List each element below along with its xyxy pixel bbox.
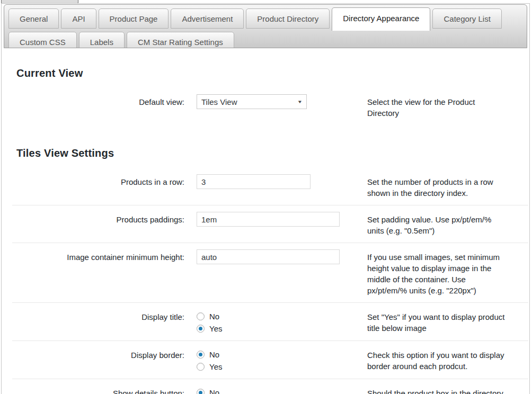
section-heading-tiles-view-settings: Tiles View Settings [16,147,529,159]
settings-panel: General API Product Page Advertisement P… [1,3,530,394]
radio-display-border-no[interactable]: No [197,348,367,360]
products-in-row-control [184,174,367,189]
row-default-view: Default view: Tiles View ▼ Select the vi… [12,88,528,125]
show-details-label: Show details button: [12,386,184,394]
products-paddings-label: Products paddings: [12,212,184,224]
image-min-height-label: Image container minimum height: [12,249,184,262]
display-border-control: No Yes [184,347,367,372]
tiles-view-rows: Products in a row: Set the number of pro… [12,168,528,394]
chevron-down-icon: ▼ [297,100,303,104]
radio-show-details-no[interactable]: No [197,387,367,394]
radio-label[interactable]: No [209,312,219,321]
tab-row-1: General API Product Page Advertisement P… [6,7,525,31]
tab-strip: General API Product Page Advertisement P… [4,4,527,48]
radio-icon[interactable] [197,312,205,320]
radio-label[interactable]: No [209,350,219,359]
radio-display-title-no[interactable]: No [197,310,367,322]
row-display-border: Display border: No Yes [12,341,528,379]
products-in-row-input[interactable] [197,174,311,189]
image-min-height-input[interactable] [197,249,340,264]
tab-content: Current View Default view: Tiles View ▼ … [2,48,529,394]
help-text: Set padding value. Use px/pt/em/% units … [367,212,506,236]
radio-icon-selected[interactable] [197,325,205,333]
help-text: If you use small images, set minimum hei… [367,249,506,296]
image-min-height-control [184,249,367,264]
show-details-radio-group: No Yes [197,386,367,394]
default-view-label: Default view: [12,94,184,106]
current-view-rows: Default view: Tiles View ▼ Select the vi… [12,88,528,125]
tab-labels[interactable]: Labels [79,32,125,48]
default-view-select[interactable]: Tiles View ▼ [197,94,307,109]
tab-product-directory[interactable]: Product Directory [246,8,330,29]
tab-api[interactable]: API [61,8,96,29]
settings-page: General API Product Page Advertisement P… [0,0,532,394]
tab-product-page[interactable]: Product Page [99,8,169,29]
products-paddings-input[interactable] [197,212,340,227]
help-text: Select the view for the Product Director… [367,94,506,119]
radio-display-title-yes[interactable]: Yes [197,323,367,334]
help-text: Set "Yes" if you want to display product… [367,309,506,334]
tab-cm-star-rating-settings[interactable]: CM Star Rating Settings [127,32,234,48]
row-show-details: Show details button: No Yes [12,379,528,394]
row-products-paddings: Products paddings: Set padding value. Us… [12,205,528,243]
show-details-control: No Yes [184,386,367,394]
help-text: Check this option if you want to display… [367,347,506,372]
radio-icon-selected[interactable] [197,351,205,359]
radio-label[interactable]: Yes [209,362,222,371]
display-border-radio-group: No Yes [197,347,367,372]
radio-icon[interactable] [197,363,205,371]
row-image-min-height: Image container minimum height: If you u… [12,243,528,303]
row-display-title: Display title: No Yes [12,303,528,341]
display-border-label: Display border: [12,347,184,360]
tab-category-list[interactable]: Category List [432,8,501,29]
display-title-radio-group: No Yes [197,309,367,334]
radio-label[interactable]: Yes [209,324,222,333]
default-view-selected-value: Tiles View [201,97,237,106]
display-title-control: No Yes [184,309,367,334]
tab-custom-css[interactable]: Custom CSS [8,32,77,48]
display-title-label: Display title: [12,309,184,321]
section-heading-current-view: Current View [16,67,529,79]
default-view-control: Tiles View ▼ [184,94,367,109]
help-text: Should the product box in the directory … [367,386,506,394]
radio-icon-selected[interactable] [197,389,205,394]
help-text: Set the number of products in a row show… [367,174,506,199]
radio-display-border-yes[interactable]: Yes [197,361,367,372]
tab-row-2: Custom CSS Labels CM Star Rating Setting… [6,31,525,48]
products-in-row-label: Products in a row: [12,174,184,186]
tab-general[interactable]: General [8,8,59,29]
tab-directory-appearance[interactable]: Directory Appearance [332,7,430,31]
tab-advertisement[interactable]: Advertisement [171,8,244,29]
radio-label[interactable]: No [209,388,219,394]
row-products-in-row: Products in a row: Set the number of pro… [12,168,528,205]
products-paddings-control [184,212,367,227]
